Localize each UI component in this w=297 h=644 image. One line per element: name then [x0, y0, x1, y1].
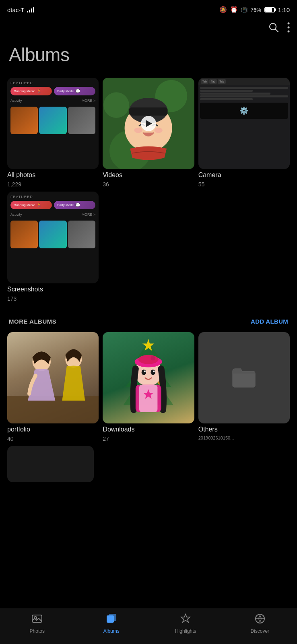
signal-bar-3	[31, 8, 32, 12]
album-item-screenshots[interactable]: FEATURED Running Music 🏃 Party Mode 💬 Ac…	[7, 192, 99, 301]
photo-mini-s3	[68, 221, 95, 248]
featured-label: FEATURED	[10, 81, 95, 85]
play-button[interactable]	[141, 116, 156, 131]
running-icon: 🏃	[37, 89, 41, 93]
svg-point-13	[155, 128, 163, 133]
album-count-camera: 55	[198, 181, 290, 188]
highlights-icon	[180, 613, 191, 626]
play-triangle-icon	[146, 120, 152, 127]
svg-rect-40	[109, 614, 116, 621]
activity-label-2: Activity	[10, 213, 22, 217]
album-count-all-photos: 1,229	[7, 181, 99, 188]
partial-album-thumb	[7, 446, 94, 482]
nav-label-highlights: Highlights	[175, 628, 196, 634]
album-thumb-portfolio	[7, 332, 99, 423]
album-count-portfolio: 40	[7, 436, 99, 442]
battery-container	[264, 7, 275, 12]
add-album-button[interactable]: ADD ALBUM	[251, 318, 288, 325]
battery-fill	[265, 8, 272, 12]
photo-mini-3	[68, 107, 95, 134]
albums-icon	[106, 613, 117, 626]
album-count-screenshots: 173	[7, 295, 99, 302]
more-albums-grid: portfolio 40	[0, 332, 297, 442]
album-name-videos: Videos	[103, 171, 194, 179]
album-name-portfolio: portfolio	[7, 426, 99, 433]
album-thumb-all-photos: FEATURED Running Music 🏃 Party Mode 💬 Ac…	[7, 78, 99, 169]
nav-label-albums: Albums	[103, 628, 120, 634]
svg-rect-35	[139, 384, 157, 412]
pill-party-2: Party Mode 💬	[54, 201, 95, 209]
svg-line-1	[276, 29, 278, 32]
nav-item-discover[interactable]: Discover	[244, 613, 276, 634]
more-label: MORE >	[82, 99, 96, 103]
nav-item-albums[interactable]: Albums	[95, 613, 128, 634]
svg-point-2	[288, 23, 290, 25]
camera-dark-section: ⚙️	[200, 103, 288, 119]
status-right: 🔕 ⏰ 📳 76% 1:10	[219, 6, 290, 13]
nav-item-highlights[interactable]: Highlights	[169, 613, 202, 634]
svg-point-8	[104, 92, 130, 118]
bottom-nav: Photos Albums Highlights Discove	[0, 608, 297, 644]
album-name-all-photos: All photos	[7, 171, 99, 179]
svg-rect-11	[129, 107, 167, 116]
svg-point-30	[142, 369, 146, 375]
pill-running-2: Running Music 🏃	[10, 201, 52, 209]
running-icon-2: 🏃	[37, 203, 41, 207]
featured-label-2: FEATURED	[10, 195, 95, 199]
album-item-camera[interactable]: Tab Tab Tab ⚙️ Camera 55	[198, 78, 290, 188]
photos-icon	[31, 613, 43, 626]
svg-point-0	[270, 23, 276, 30]
album-thumb-videos	[103, 78, 194, 169]
svg-point-33	[153, 370, 155, 372]
settings-icon: ⚙️	[239, 106, 248, 115]
nav-item-photos[interactable]: Photos	[21, 613, 53, 634]
camera-content: ⚙️	[198, 85, 290, 169]
activity-label: Activity	[10, 99, 22, 103]
svg-point-12	[134, 128, 142, 133]
svg-point-4	[288, 31, 290, 33]
albums-grid: FEATURED Running Music 🏃 Party Mode 💬 Ac…	[0, 78, 297, 188]
album-item-downloads[interactable]: Downloads 27	[103, 332, 194, 442]
album-thumb-downloads	[103, 332, 194, 423]
album-item-others[interactable]: Others 2019092610150...	[198, 332, 290, 442]
album-thumb-screenshots: FEATURED Running Music 🏃 Party Mode 💬 Ac…	[7, 192, 99, 283]
album-thumb-camera: Tab Tab Tab ⚙️	[198, 78, 290, 169]
battery-percent: 76%	[251, 7, 261, 13]
photo-mini-1	[10, 107, 38, 134]
albums-row2: FEATURED Running Music 🏃 Party Mode 💬 Ac…	[0, 188, 297, 301]
camera-line-5	[200, 98, 253, 100]
photo-mini-s2	[39, 221, 66, 248]
signal-bars	[27, 7, 34, 12]
photo-mini-2	[39, 107, 66, 134]
page-title: Albums	[0, 40, 297, 78]
camera-line-4	[200, 95, 288, 97]
notification-off-icon: 🔕	[219, 6, 227, 13]
battery-icon	[264, 7, 275, 12]
svg-point-31	[151, 369, 155, 375]
more-albums-section-header: MORE ALBUMS ADD ALBUM	[0, 302, 297, 332]
pill-party: Party Mode 💬	[54, 87, 95, 95]
signal-bar-4	[33, 7, 34, 12]
more-options-button[interactable]	[287, 22, 290, 35]
album-name-others: Others	[198, 426, 290, 433]
svg-point-29	[151, 356, 155, 360]
svg-point-28	[138, 355, 159, 364]
album-name-screenshots: Screenshots	[7, 286, 99, 293]
folder-icon	[232, 367, 256, 388]
search-button[interactable]	[268, 22, 279, 36]
chat-icon: 💬	[75, 89, 80, 93]
signal-bar-2	[29, 10, 30, 12]
album-count-others: 2019092610150...	[198, 436, 290, 440]
more-label-2: MORE >	[82, 213, 96, 217]
album-name-downloads: Downloads	[103, 426, 194, 433]
camera-line-1	[200, 87, 288, 89]
pill-running: Running Music 🏃	[10, 87, 52, 95]
album-thumb-others	[198, 332, 290, 423]
time-label: 1:10	[278, 6, 290, 13]
status-left: dtac-T	[7, 6, 34, 13]
album-item-all-photos[interactable]: FEATURED Running Music 🏃 Party Mode 💬 Ac…	[7, 78, 99, 188]
album-item-videos[interactable]: Videos 36	[103, 78, 194, 188]
signal-bar-1	[27, 11, 28, 12]
album-item-portfolio[interactable]: portfolio 40	[7, 332, 99, 442]
discover-icon	[254, 613, 266, 626]
